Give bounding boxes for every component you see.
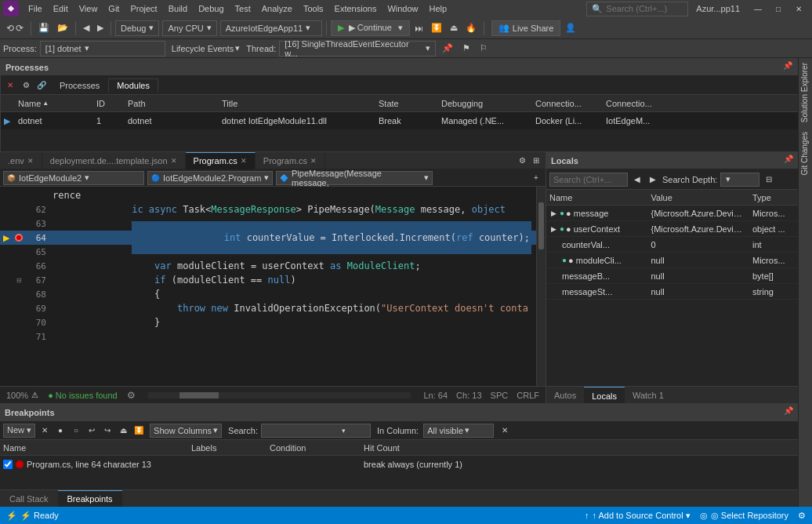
menu-edit[interactable]: Edit [49, 2, 73, 15]
lifecycle-events-button[interactable]: Lifecycle Events ▾ [169, 42, 243, 54]
locals-row-counterval[interactable]: counterVal... 0 int [546, 237, 812, 253]
col-path[interactable]: Path [125, 99, 219, 108]
locals-search-input[interactable] [549, 173, 628, 187]
thread-nav-btn[interactable]: 📌 [439, 42, 456, 55]
menu-view[interactable]: View [74, 2, 103, 15]
git-changes-label[interactable]: Git Changes [799, 127, 812, 180]
tab-program-cs-2-close[interactable]: ✕ [310, 157, 317, 165]
locals-pin-icon[interactable]: 📌 [784, 155, 793, 167]
in-column-dropdown[interactable]: All visible ▾ [423, 424, 494, 438]
tab-modules[interactable]: Modules [108, 78, 158, 93]
menu-help[interactable]: Help [425, 2, 452, 15]
menu-build[interactable]: Build [164, 2, 192, 15]
col-conn1[interactable]: Connectio... [532, 99, 603, 108]
search-nav-fwd-icon[interactable]: ▶ [647, 173, 659, 186]
pin-icon[interactable]: 📌 [783, 61, 792, 74]
editor-settings-icon[interactable]: ⚙ [516, 155, 528, 167]
show-columns-button[interactable]: Show Columns ▾ [150, 424, 222, 438]
menu-file[interactable]: File [24, 2, 47, 15]
bp-go-source-icon[interactable]: ↩ [85, 424, 98, 437]
global-search-input[interactable] [606, 4, 676, 13]
locals-tab-watch1[interactable]: Watch 1 [625, 387, 672, 403]
class-dropdown[interactable]: 🔵 IotEdgeModule2.Program ▾ [147, 171, 273, 185]
search-depth-dropdown[interactable]: ▾ [720, 173, 759, 187]
toolbar-debug-step-into[interactable]: ⏬ [428, 21, 445, 35]
bp-disable-all-icon[interactable]: ○ [70, 424, 82, 437]
thread-flags-btn[interactable]: ⚑ [459, 42, 473, 55]
thread-dropdown[interactable]: [16] SingleThreadEventExecutor w... ▾ [279, 41, 436, 56]
tab-program-cs-1-close[interactable]: ✕ [241, 157, 247, 165]
tab-program-cs-1[interactable]: Program.cs ✕ [186, 152, 256, 169]
toolbar-forward[interactable]: ▶ [94, 21, 107, 35]
process-attach-icon[interactable]: 🔗 [35, 79, 48, 92]
add-source-control[interactable]: ↑ ↑ Add to Source Control ▾ [585, 511, 691, 521]
tab-deployment-close[interactable]: ✕ [171, 157, 177, 165]
bp-pin-icon[interactable]: 📌 [784, 406, 793, 419]
editor-split-icon[interactable]: ⊞ [530, 155, 542, 167]
target-dropdown[interactable]: AzureIotEdgeApp11 ▾ [220, 20, 322, 36]
scrollbar[interactable] [536, 187, 546, 386]
new-breakpoint-button[interactable]: New ▾ [3, 424, 35, 438]
bp-import-icon[interactable]: ⏬ [132, 424, 145, 437]
menu-project[interactable]: Project [125, 2, 161, 15]
editor-add-icon[interactable]: + [530, 172, 542, 184]
bp-checkbox[interactable] [3, 460, 13, 469]
col-state[interactable]: State [375, 99, 438, 108]
gear-icon[interactable]: ⚙ [127, 390, 136, 401]
locals-row-moduleclient[interactable]: ● ● moduleCli... null Micros... [546, 253, 812, 268]
toolbar-open[interactable]: 📂 [54, 21, 71, 35]
module-dropdown[interactable]: 📦 IotEdgeModule2 ▾ [3, 171, 144, 185]
solution-explorer-label[interactable]: Solution Explorer [799, 58, 812, 127]
close-button[interactable]: ✕ [788, 0, 809, 17]
locals-row-messagestr[interactable]: messageSt... null string [546, 284, 812, 300]
menu-debug[interactable]: Debug [194, 2, 228, 15]
bp-data-row[interactable]: Program.cs, line 64 character 13 break a… [0, 456, 812, 473]
status-settings-icon[interactable]: ⚙ [798, 511, 806, 521]
locals-tab-autos[interactable]: Autos [546, 387, 584, 403]
horizontal-scrollbar[interactable] [148, 392, 411, 398]
toolbar-account[interactable]: 👤 [562, 21, 579, 35]
toolbar-save[interactable]: 💾 [35, 21, 53, 35]
col-name[interactable]: Name ▲ [15, 99, 93, 108]
col-id[interactable]: ID [93, 99, 125, 108]
bp-search-dropdown[interactable]: ▾ [261, 424, 371, 438]
process-close-icon[interactable]: ✕ [4, 79, 16, 92]
expand-icon[interactable]: ▶ [549, 225, 558, 233]
locals-row-message[interactable]: ▶ ● ● message {Microsoft.Azure.Devices.C… [546, 206, 812, 221]
process-dropdown[interactable]: [1] dotnet ▾ [40, 41, 165, 56]
toolbar-undo-redo[interactable]: ⟲⟳ [3, 21, 27, 35]
menu-tools[interactable]: Tools [299, 2, 328, 15]
scrollbar-thumb[interactable] [538, 202, 544, 249]
bp-nav-icon[interactable]: ↪ [101, 424, 114, 437]
menu-window[interactable]: Window [382, 2, 422, 15]
toolbar-back[interactable]: ◀ [80, 21, 92, 35]
bp-delete-icon[interactable]: ✕ [38, 424, 51, 437]
tab-deployment[interactable]: deployment.de....template.json ✕ [42, 152, 186, 169]
tab-env-close[interactable]: ✕ [27, 157, 34, 165]
process-settings-icon[interactable]: ⚙ [20, 79, 32, 92]
process-row[interactable]: ▶ dotnet 1 dotnet dotnet IotEdgeModule11… [1, 112, 811, 129]
bp-search-input[interactable] [262, 426, 340, 435]
expand-icon[interactable]: ▶ [549, 209, 558, 217]
locals-tab-locals[interactable]: Locals [584, 387, 625, 403]
bp-enable-all-icon[interactable]: ● [54, 424, 67, 437]
menu-git[interactable]: Git [103, 2, 124, 15]
tab-call-stack[interactable]: Call Stack [0, 490, 58, 508]
continue-button[interactable]: ▶ ▶ Continue ▾ [331, 20, 410, 36]
maximize-button[interactable]: □ [768, 0, 788, 17]
tab-processes[interactable]: Processes [51, 78, 108, 93]
select-repository[interactable]: ◎ ◎ Select Repository [700, 511, 788, 521]
menu-analyze[interactable]: Analyze [257, 2, 297, 15]
col-title[interactable]: Title [219, 99, 375, 108]
toolbar-debug-step-out[interactable]: ⏏ [447, 21, 461, 35]
scroll-thumb[interactable] [179, 392, 219, 398]
tab-program-cs-2[interactable]: Program.cs ✕ [256, 152, 325, 169]
menu-test[interactable]: Test [230, 2, 256, 15]
locals-row-usercontext[interactable]: ▶ ● ● userContext {Microsoft.Azure.Devic… [546, 221, 812, 237]
debug-mode-dropdown[interactable]: Debug ▾ [115, 20, 159, 36]
code-editor[interactable]: rence 62 ic async Task<MessageResponse> … [0, 187, 546, 386]
col-conn2[interactable]: Connectio... [603, 99, 673, 108]
global-search-box[interactable]: 🔍 [586, 2, 688, 16]
locals-row-messagebytes[interactable]: messageB... null byte[] [546, 268, 812, 284]
locals-options-icon[interactable]: ⊟ [763, 173, 775, 186]
